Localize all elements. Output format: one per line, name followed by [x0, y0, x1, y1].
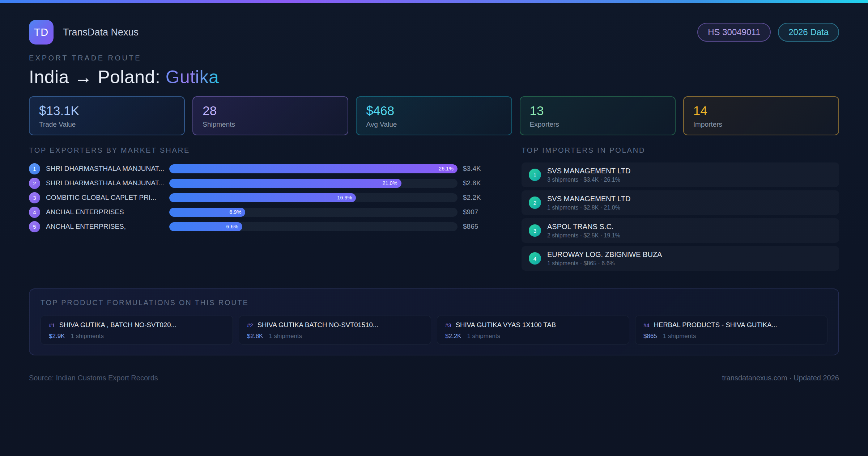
product-card[interactable]: #1 SHIVA GUTIKA , BATCH NO-SVT020... $2.…: [41, 316, 233, 345]
eyebrow-label: EXPORT TRADE ROUTE: [29, 54, 839, 62]
exporter-bar-list: 1 SHRI DHARMASTHALA MANJUNAT... 26.1% $3…: [29, 162, 490, 233]
product-card[interactable]: #2 SHIVA GUTIKA BATCH NO-SVT01510... $2.…: [239, 316, 431, 345]
exporter-value: $865: [463, 223, 490, 231]
importer-card[interactable]: 3 ASPOL TRANS S.C. 2 shipments · $2.5K ·…: [522, 218, 839, 243]
exporter-name: SHRI DHARMASTHALA MANJUNAT...: [46, 179, 169, 187]
stat-label: Trade Value: [39, 121, 175, 128]
product-shipments: 1 shipments: [269, 333, 302, 340]
year-data-badge: 2026 Data: [778, 23, 839, 42]
rank-badge: 2: [529, 197, 541, 209]
stat-value: $13.1K: [39, 104, 175, 118]
product-meta-line: $865 1 shipments: [643, 333, 819, 340]
exporter-row[interactable]: 3 COMBITIC GLOBAL CAPLET PRI... 16.9% $2…: [29, 191, 490, 204]
importer-card[interactable]: 4 EUROWAY LOG. ZBIGNIWE BUZA 1 shipments…: [522, 246, 839, 271]
exporter-value: $907: [463, 208, 490, 216]
exporter-row[interactable]: 4 ANCHAL ENTERPRISES 6.9% $907: [29, 206, 490, 218]
rank-badge: 1: [29, 163, 40, 174]
importer-list: 1 SVS MANAGEMENT LTD 3 shipments · $3.4K…: [522, 162, 839, 271]
market-share-bar-track: 16.9%: [169, 193, 458, 202]
importer-meta: 1 shipments · $865 · 6.6%: [547, 260, 662, 267]
product-meta-line: $2.9K 1 shipments: [49, 333, 225, 340]
accent-gradient-bar: [0, 0, 868, 3]
exporter-value: $2.8K: [463, 179, 490, 187]
top-products-panel: TOP PRODUCT FORMULATIONS ON THIS ROUTE #…: [29, 288, 839, 355]
stat-value: 28: [203, 104, 338, 118]
product-shipments: 1 shipments: [467, 333, 500, 340]
stat-value: 14: [693, 104, 829, 118]
importer-meta: 2 shipments · $2.5K · 19.1%: [547, 232, 620, 239]
importer-meta: 3 shipments · $3.4K · 26.1%: [547, 177, 630, 183]
top-exporters-section: TOP EXPORTERS BY MARKET SHARE 1 SHRI DHA…: [29, 146, 490, 235]
product-value: $865: [643, 333, 657, 340]
product-name: HERBAL PRODUCTS - SHIVA GUTIKA...: [654, 321, 777, 329]
footer: Source: Indian Customs Export Records tr…: [29, 365, 839, 382]
stat-card-trade-value: $13.1K Trade Value: [29, 96, 185, 135]
product-shipments: 1 shipments: [71, 333, 104, 340]
app-name: TransData Nexus: [63, 27, 139, 38]
product-title-line: #2 SHIVA GUTIKA BATCH NO-SVT01510...: [247, 321, 423, 329]
importer-name: ASPOL TRANS S.C.: [547, 223, 620, 231]
stat-card-shipments: 28 Shipments: [192, 96, 348, 135]
product-rank: #3: [445, 322, 451, 328]
product-meta-line: $2.2K 1 shipments: [445, 333, 621, 340]
dashboard-page: TD TransData Nexus HS 30049011 2026 Data…: [0, 3, 868, 382]
market-share-bar-fill: 21.0%: [169, 179, 401, 188]
rank-badge: 1: [529, 169, 541, 181]
products-heading: TOP PRODUCT FORMULATIONS ON THIS ROUTE: [41, 299, 827, 307]
market-share-bar-fill: 6.9%: [169, 208, 245, 217]
stat-card-importers: 14 Importers: [683, 96, 839, 135]
market-share-percent: 21.0%: [382, 180, 397, 186]
importer-name: SVS MANAGEMENT LTD: [547, 195, 630, 203]
route-title-text: India → Poland:: [29, 67, 166, 87]
exporter-row[interactable]: 2 SHRI DHARMASTHALA MANJUNAT... 21.0% $2…: [29, 177, 490, 189]
exporter-value: $3.4K: [463, 165, 490, 173]
product-rank: #2: [247, 322, 253, 328]
source-attribution: Source: Indian Customs Export Records: [29, 374, 158, 382]
importer-info: SVS MANAGEMENT LTD 1 shipments · $2.8K ·…: [547, 195, 630, 211]
product-meta-line: $2.8K 1 shipments: [247, 333, 423, 340]
importer-meta: 1 shipments · $2.8K · 21.0%: [547, 204, 630, 211]
product-value: $2.8K: [247, 333, 263, 340]
page-title: India → Poland: Gutika: [29, 67, 839, 88]
product-shipments: 1 shipments: [663, 333, 696, 340]
exporters-heading: TOP EXPORTERS BY MARKET SHARE: [29, 146, 490, 155]
market-share-percent: 6.6%: [226, 224, 238, 229]
importer-card[interactable]: 2 SVS MANAGEMENT LTD 1 shipments · $2.8K…: [522, 190, 839, 215]
market-share-percent: 26.1%: [439, 166, 454, 172]
market-share-bar-track: 6.6%: [169, 222, 458, 231]
hs-code-badge: HS 30049011: [697, 23, 771, 42]
header: TD TransData Nexus HS 30049011 2026 Data: [29, 20, 839, 45]
exporter-row[interactable]: 5 ANCHAL ENTERPRISES, 6.6% $865: [29, 220, 490, 233]
stat-value: $468: [366, 104, 502, 118]
product-title-line: #4 HERBAL PRODUCTS - SHIVA GUTIKA...: [643, 321, 819, 329]
stat-label: Shipments: [203, 121, 338, 128]
market-share-bar-fill: 6.6%: [169, 222, 242, 231]
product-name: SHIVA GUTIKA VYAS 1X100 TAB: [456, 321, 556, 329]
importer-info: ASPOL TRANS S.C. 2 shipments · $2.5K · 1…: [547, 223, 620, 239]
product-value: $2.2K: [445, 333, 461, 340]
importer-card[interactable]: 1 SVS MANAGEMENT LTD 3 shipments · $3.4K…: [522, 162, 839, 187]
brand-group: TD TransData Nexus: [29, 20, 139, 45]
importers-heading: TOP IMPORTERS IN POLAND: [522, 146, 839, 155]
product-rank: #4: [643, 322, 650, 328]
market-share-percent: 16.9%: [337, 195, 352, 200]
market-share-bar-track: 26.1%: [169, 164, 458, 173]
product-name: SHIVA GUTIKA , BATCH NO-SVT020...: [59, 321, 176, 329]
exporter-name: ANCHAL ENTERPRISES,: [46, 223, 169, 231]
site-credit: transdatanexus.com · Updated 2026: [722, 374, 839, 382]
product-card[interactable]: #4 HERBAL PRODUCTS - SHIVA GUTIKA... $86…: [635, 316, 827, 345]
product-name-highlight: Gutika: [166, 67, 219, 87]
exporter-row[interactable]: 1 SHRI DHARMASTHALA MANJUNAT... 26.1% $3…: [29, 162, 490, 175]
exporter-name: SHRI DHARMASTHALA MANJUNAT...: [46, 165, 169, 173]
importer-info: SVS MANAGEMENT LTD 3 shipments · $3.4K ·…: [547, 167, 630, 183]
stat-card-exporters: 13 Exporters: [520, 96, 676, 135]
top-importers-section: TOP IMPORTERS IN POLAND 1 SVS MANAGEMENT…: [522, 146, 839, 274]
product-title-line: #3 SHIVA GUTIKA VYAS 1X100 TAB: [445, 321, 621, 329]
exporter-name: ANCHAL ENTERPRISES: [46, 208, 169, 216]
market-share-bar-track: 6.9%: [169, 208, 458, 217]
app-logo: TD: [29, 20, 54, 45]
product-card[interactable]: #3 SHIVA GUTIKA VYAS 1X100 TAB $2.2K 1 s…: [437, 316, 629, 345]
rank-badge: 4: [529, 252, 541, 265]
rank-badge: 3: [529, 224, 541, 237]
main-columns: TOP EXPORTERS BY MARKET SHARE 1 SHRI DHA…: [29, 146, 839, 274]
